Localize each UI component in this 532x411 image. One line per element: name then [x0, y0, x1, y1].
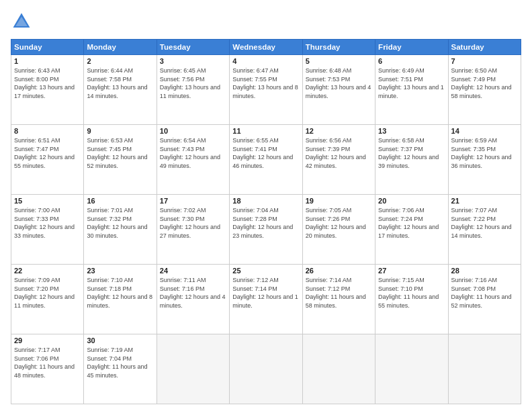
day-info: Sunrise: 6:56 AM Sunset: 7:39 PM Dayligh…: [306, 136, 372, 170]
day-number: 6: [378, 57, 445, 65]
calendar-week-2: 8Sunrise: 6:51 AM Sunset: 7:47 PM Daylig…: [11, 125, 521, 195]
day-number: 5: [306, 57, 372, 65]
day-number: 25: [232, 267, 299, 275]
logo-icon: [11, 11, 32, 32]
calendar-cell: 25Sunrise: 7:12 AM Sunset: 7:14 PM Dayli…: [230, 265, 302, 334]
day-number: 16: [87, 197, 153, 205]
calendar-cell: 4Sunrise: 6:47 AM Sunset: 7:55 PM Daylig…: [230, 55, 302, 125]
calendar-cell: 26Sunrise: 7:14 AM Sunset: 7:12 PM Dayli…: [302, 265, 375, 334]
calendar-cell: 2Sunrise: 6:44 AM Sunset: 7:58 PM Daylig…: [84, 55, 157, 125]
day-number: 29: [14, 336, 81, 345]
calendar-cell: 17Sunrise: 7:02 AM Sunset: 7:30 PM Dayli…: [157, 195, 229, 265]
page: SundayMondayTuesdayWednesdayThursdayFrid…: [0, 0, 532, 411]
day-info: Sunrise: 7:07 AM Sunset: 7:22 PM Dayligh…: [451, 206, 518, 240]
day-info: Sunrise: 7:15 AM Sunset: 7:10 PM Dayligh…: [378, 276, 445, 310]
calendar-cell: 12Sunrise: 6:56 AM Sunset: 7:39 PM Dayli…: [302, 125, 375, 195]
day-number: 24: [160, 267, 226, 275]
day-number: 28: [451, 267, 518, 275]
day-info: Sunrise: 7:17 AM Sunset: 7:06 PM Dayligh…: [14, 346, 81, 379]
day-number: 2: [87, 57, 153, 65]
day-info: Sunrise: 7:14 AM Sunset: 7:12 PM Dayligh…: [306, 276, 372, 310]
day-number: 1: [14, 57, 81, 65]
day-info: Sunrise: 7:11 AM Sunset: 7:16 PM Dayligh…: [160, 276, 226, 310]
day-info: Sunrise: 7:12 AM Sunset: 7:14 PM Dayligh…: [232, 276, 299, 310]
calendar-week-4: 22Sunrise: 7:09 AM Sunset: 7:20 PM Dayli…: [11, 265, 521, 334]
calendar-cell: 19Sunrise: 7:05 AM Sunset: 7:26 PM Dayli…: [302, 195, 375, 265]
weekday-header-saturday: Saturday: [448, 40, 521, 55]
weekday-header-row: SundayMondayTuesdayWednesdayThursdayFrid…: [11, 40, 521, 55]
calendar-cell: 8Sunrise: 6:51 AM Sunset: 7:47 PM Daylig…: [11, 125, 84, 195]
day-number: 21: [451, 197, 518, 205]
day-number: 7: [451, 57, 518, 65]
day-info: Sunrise: 7:05 AM Sunset: 7:26 PM Dayligh…: [306, 206, 372, 240]
weekday-header-thursday: Thursday: [302, 40, 375, 55]
day-number: 20: [378, 197, 445, 205]
calendar-cell: 1Sunrise: 6:43 AM Sunset: 8:00 PM Daylig…: [11, 55, 84, 125]
day-info: Sunrise: 6:49 AM Sunset: 7:51 PM Dayligh…: [378, 66, 445, 100]
calendar-cell: [448, 334, 521, 404]
calendar-cell: 15Sunrise: 7:00 AM Sunset: 7:33 PM Dayli…: [11, 195, 84, 265]
day-info: Sunrise: 6:55 AM Sunset: 7:41 PM Dayligh…: [232, 136, 299, 170]
day-info: Sunrise: 7:01 AM Sunset: 7:32 PM Dayligh…: [87, 206, 153, 240]
calendar-cell: 29Sunrise: 7:17 AM Sunset: 7:06 PM Dayli…: [11, 334, 84, 404]
day-number: 30: [87, 336, 153, 345]
day-info: Sunrise: 7:00 AM Sunset: 7:33 PM Dayligh…: [14, 206, 81, 240]
day-number: 10: [160, 127, 226, 135]
day-info: Sunrise: 7:04 AM Sunset: 7:28 PM Dayligh…: [232, 206, 299, 240]
calendar-cell: 24Sunrise: 7:11 AM Sunset: 7:16 PM Dayli…: [157, 265, 229, 334]
calendar-cell: 7Sunrise: 6:50 AM Sunset: 7:49 PM Daylig…: [448, 55, 521, 125]
calendar-cell: 16Sunrise: 7:01 AM Sunset: 7:32 PM Dayli…: [84, 195, 157, 265]
day-info: Sunrise: 6:53 AM Sunset: 7:45 PM Dayligh…: [87, 136, 153, 170]
day-number: 13: [378, 127, 445, 135]
calendar-cell: [375, 334, 448, 404]
calendar-cell: 11Sunrise: 6:55 AM Sunset: 7:41 PM Dayli…: [230, 125, 302, 195]
day-info: Sunrise: 7:19 AM Sunset: 7:04 PM Dayligh…: [87, 346, 153, 379]
calendar-cell: 6Sunrise: 6:49 AM Sunset: 7:51 PM Daylig…: [375, 55, 448, 125]
day-info: Sunrise: 6:51 AM Sunset: 7:47 PM Dayligh…: [14, 136, 81, 170]
day-number: 4: [232, 57, 299, 65]
calendar-cell: 13Sunrise: 6:58 AM Sunset: 7:37 PM Dayli…: [375, 125, 448, 195]
calendar-week-5: 29Sunrise: 7:17 AM Sunset: 7:06 PM Dayli…: [11, 334, 521, 404]
weekday-header-wednesday: Wednesday: [230, 40, 302, 55]
logo: [11, 11, 35, 32]
weekday-header-monday: Monday: [84, 40, 157, 55]
day-info: Sunrise: 7:16 AM Sunset: 7:08 PM Dayligh…: [451, 276, 518, 310]
day-info: Sunrise: 7:10 AM Sunset: 7:18 PM Dayligh…: [87, 276, 153, 310]
calendar-cell: [302, 334, 375, 404]
header: [11, 11, 521, 32]
calendar-cell: [230, 334, 302, 404]
day-number: 3: [160, 57, 226, 65]
calendar-cell: 14Sunrise: 6:59 AM Sunset: 7:35 PM Dayli…: [448, 125, 521, 195]
day-info: Sunrise: 6:45 AM Sunset: 7:56 PM Dayligh…: [160, 66, 226, 100]
calendar-cell: 30Sunrise: 7:19 AM Sunset: 7:04 PM Dayli…: [84, 334, 157, 404]
day-info: Sunrise: 6:58 AM Sunset: 7:37 PM Dayligh…: [378, 136, 445, 170]
day-number: 27: [378, 267, 445, 275]
day-number: 23: [87, 267, 153, 275]
calendar-cell: 28Sunrise: 7:16 AM Sunset: 7:08 PM Dayli…: [448, 265, 521, 334]
calendar-cell: 27Sunrise: 7:15 AM Sunset: 7:10 PM Dayli…: [375, 265, 448, 334]
day-info: Sunrise: 6:44 AM Sunset: 7:58 PM Dayligh…: [87, 66, 153, 100]
day-number: 17: [160, 197, 226, 205]
day-number: 19: [306, 197, 372, 205]
calendar-cell: 3Sunrise: 6:45 AM Sunset: 7:56 PM Daylig…: [157, 55, 229, 125]
calendar-cell: 18Sunrise: 7:04 AM Sunset: 7:28 PM Dayli…: [230, 195, 302, 265]
calendar-cell: 20Sunrise: 7:06 AM Sunset: 7:24 PM Dayli…: [375, 195, 448, 265]
weekday-header-friday: Friday: [375, 40, 448, 55]
calendar-cell: 5Sunrise: 6:48 AM Sunset: 7:53 PM Daylig…: [302, 55, 375, 125]
weekday-header-sunday: Sunday: [11, 40, 84, 55]
calendar-cell: 10Sunrise: 6:54 AM Sunset: 7:43 PM Dayli…: [157, 125, 229, 195]
day-number: 8: [14, 127, 81, 135]
calendar-cell: 23Sunrise: 7:10 AM Sunset: 7:18 PM Dayli…: [84, 265, 157, 334]
day-number: 15: [14, 197, 81, 205]
day-number: 14: [451, 127, 518, 135]
calendar: SundayMondayTuesdayWednesdayThursdayFrid…: [11, 39, 521, 404]
day-info: Sunrise: 6:59 AM Sunset: 7:35 PM Dayligh…: [451, 136, 518, 170]
day-number: 22: [14, 267, 81, 275]
calendar-week-3: 15Sunrise: 7:00 AM Sunset: 7:33 PM Dayli…: [11, 195, 521, 265]
day-info: Sunrise: 7:02 AM Sunset: 7:30 PM Dayligh…: [160, 206, 226, 240]
day-number: 18: [232, 197, 299, 205]
day-number: 26: [306, 267, 372, 275]
day-info: Sunrise: 6:50 AM Sunset: 7:49 PM Dayligh…: [451, 66, 518, 100]
day-info: Sunrise: 6:47 AM Sunset: 7:55 PM Dayligh…: [232, 66, 299, 100]
day-info: Sunrise: 6:48 AM Sunset: 7:53 PM Dayligh…: [306, 66, 372, 100]
